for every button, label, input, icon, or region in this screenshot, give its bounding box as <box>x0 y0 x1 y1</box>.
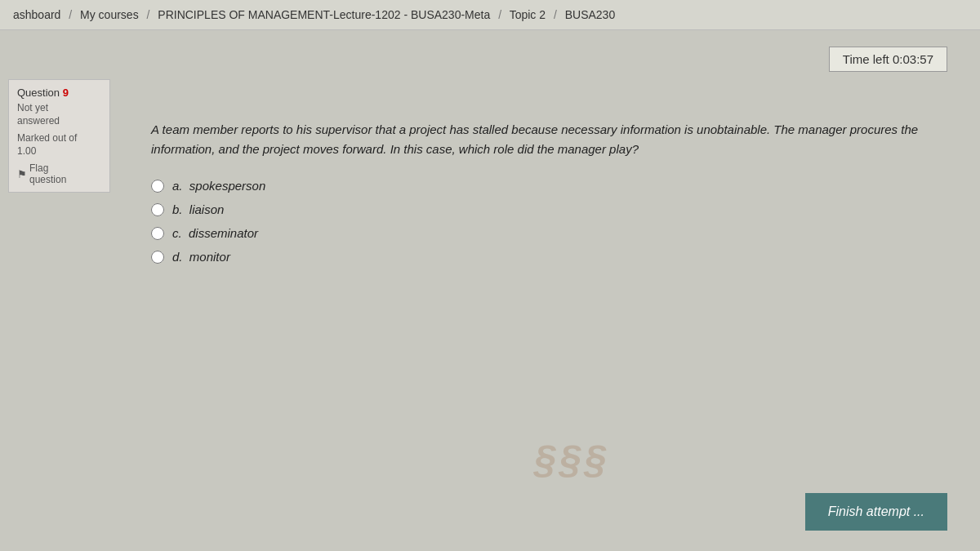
breadcrumb-sep-4: / <box>554 8 557 21</box>
breadcrumb-item-mycourses[interactable]: My courses <box>80 8 139 21</box>
timer-box: Time left 0:03:57 <box>829 47 947 72</box>
flag-icon: ⚑ <box>17 168 27 180</box>
main-content: Question 9 Not yet answered Marked out o… <box>0 30 980 547</box>
question-content: A team member reports to his supervisor … <box>135 104 947 280</box>
radio-d[interactable] <box>151 251 164 264</box>
sidebar-box: Question 9 Not yet answered Marked out o… <box>8 79 110 193</box>
option-a-label: a. spokesperson <box>172 179 265 193</box>
option-c-label: c. disseminator <box>172 226 258 240</box>
watermark: §§§ <box>534 437 609 482</box>
quiz-area: Time left 0:03:57 A team member reports … <box>118 30 980 547</box>
question-label: Question 9 <box>17 87 101 99</box>
breadcrumb-item-course[interactable]: PRINCIPLES OF MANAGEMENT-Lecture-1202 - … <box>158 8 490 21</box>
option-b-label: b. liaison <box>172 202 224 216</box>
breadcrumb-sep-1: / <box>69 8 72 21</box>
breadcrumb-item-topic2[interactable]: Topic 2 <box>510 8 546 21</box>
breadcrumb-sep-3: / <box>498 8 501 21</box>
breadcrumb: ashboard / My courses / PRINCIPLES OF MA… <box>0 0 980 30</box>
sidebar: Question 9 Not yet answered Marked out o… <box>0 30 118 547</box>
timer-text: Time left 0:03:57 <box>843 52 933 66</box>
marked-out-label: Marked out of 1.00 <box>17 132 101 158</box>
question-number: 9 <box>63 87 69 99</box>
option-a[interactable]: a. spokesperson <box>151 179 931 193</box>
option-b[interactable]: b. liaison <box>151 202 931 216</box>
not-answered-status: Not yet answered <box>17 102 101 127</box>
radio-b[interactable] <box>151 203 164 216</box>
question-text: A team member reports to his supervisor … <box>151 120 931 159</box>
finish-attempt-button[interactable]: Finish attempt ... <box>805 493 947 531</box>
flag-label: Flag question <box>29 162 66 185</box>
option-d[interactable]: d. monitor <box>151 250 931 264</box>
finish-btn-container: Finish attempt ... <box>805 493 947 531</box>
option-c[interactable]: c. disseminator <box>151 226 931 240</box>
breadcrumb-item-dashboard[interactable]: ashboard <box>13 8 60 21</box>
option-d-label: d. monitor <box>172 250 230 264</box>
breadcrumb-sep-2: / <box>147 8 150 21</box>
breadcrumb-item-busa230[interactable]: BUSA230 <box>565 8 615 21</box>
radio-a[interactable] <box>151 180 164 193</box>
radio-c[interactable] <box>151 227 164 240</box>
flag-question-button[interactable]: ⚑ Flag question <box>17 162 101 185</box>
options-list: a. spokesperson b. liaison c. disseminat… <box>151 179 931 264</box>
